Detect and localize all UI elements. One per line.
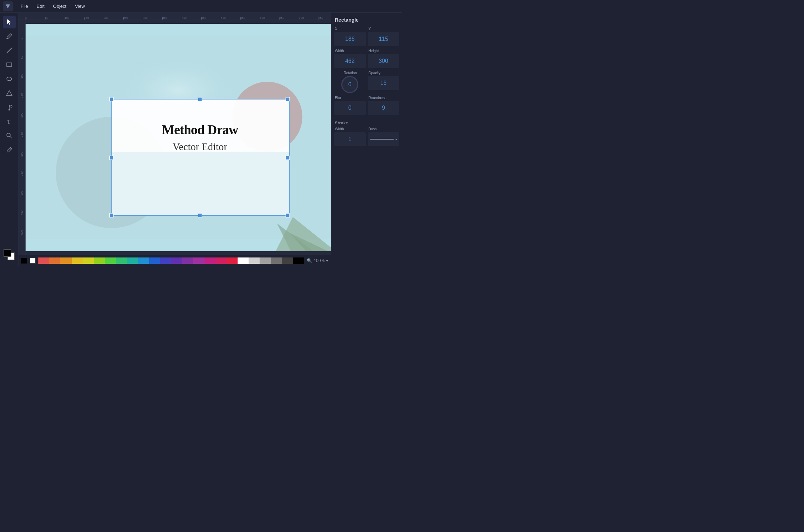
pen-tool[interactable] bbox=[3, 101, 16, 114]
svg-rect-22 bbox=[198, 97, 202, 101]
ruler-v-0: 0 bbox=[18, 20, 25, 39]
ruler-v-350: 350 bbox=[18, 157, 25, 176]
ellipse-tool[interactable] bbox=[3, 72, 16, 85]
palette-color-23[interactable] bbox=[293, 257, 304, 264]
palette-color-4[interactable] bbox=[83, 257, 94, 264]
line-tool[interactable] bbox=[3, 44, 16, 57]
background-color-swatch[interactable] bbox=[30, 258, 36, 264]
ruler-mark-200: 200 bbox=[104, 16, 123, 20]
bottom-bar: 🔍 100% ▾ bbox=[18, 255, 331, 266]
palette-color-14[interactable] bbox=[193, 257, 204, 264]
palette-color-20[interactable] bbox=[260, 257, 271, 264]
width-label: Width bbox=[334, 49, 366, 53]
menu-object[interactable]: Object bbox=[49, 2, 70, 10]
palette-color-18[interactable] bbox=[238, 257, 249, 264]
palette-color-6[interactable] bbox=[105, 257, 116, 264]
svg-text:T: T bbox=[7, 119, 11, 125]
palette-color-19[interactable] bbox=[249, 257, 260, 264]
ruler-mark-500: 500 bbox=[221, 16, 240, 20]
rotation-label: Rotation bbox=[343, 71, 357, 75]
svg-line-7 bbox=[10, 136, 12, 138]
canvas-viewport[interactable]: Method Draw Vector Editor bbox=[26, 20, 331, 255]
width-value[interactable]: 462 bbox=[334, 54, 366, 68]
x-group: X 186 bbox=[334, 27, 366, 46]
text-tool[interactable]: T bbox=[3, 115, 16, 128]
palette-color-7[interactable] bbox=[116, 257, 127, 264]
roundness-group: Roundness 9 bbox=[368, 96, 400, 115]
palette-color-9[interactable] bbox=[138, 257, 149, 264]
height-value[interactable]: 300 bbox=[368, 54, 400, 68]
triangle-tool[interactable] bbox=[3, 87, 16, 99]
menu-edit[interactable]: Edit bbox=[33, 2, 48, 10]
ruler-mark-400: 400 bbox=[182, 16, 201, 20]
height-label: Height bbox=[368, 49, 400, 53]
stroke-dash-label: Dash bbox=[368, 127, 400, 131]
ruler-vertical: 0 50 100 150 200 250 300 350 400 450 500 bbox=[18, 20, 26, 255]
palette-color-22[interactable] bbox=[282, 257, 293, 264]
dash-line-preview bbox=[370, 139, 394, 140]
pencil-tool[interactable] bbox=[3, 30, 16, 43]
stroke-row: Width 1 Dash ▾ bbox=[334, 127, 399, 146]
app-logo[interactable] bbox=[3, 1, 13, 11]
zoom-dropdown-icon[interactable]: ▾ bbox=[326, 258, 328, 263]
rect-tool[interactable] bbox=[3, 58, 16, 71]
stroke-width-value[interactable]: 1 bbox=[334, 132, 366, 146]
palette-color-1[interactable] bbox=[49, 257, 60, 264]
palette-color-0[interactable] bbox=[38, 257, 49, 264]
opacity-label: Opacity bbox=[368, 71, 400, 75]
ruler-mark-450: 450 bbox=[201, 16, 221, 20]
svg-rect-23 bbox=[286, 97, 290, 101]
select-tool[interactable] bbox=[3, 16, 16, 28]
ruler-v-400: 400 bbox=[18, 176, 25, 196]
ruler-v-300: 300 bbox=[18, 137, 25, 157]
blur-group: Blur 0 bbox=[334, 96, 366, 115]
svg-rect-28 bbox=[286, 213, 290, 217]
ruler-marks: 0 50 100 150 200 250 300 350 400 450 500… bbox=[26, 16, 331, 20]
palette-color-17[interactable] bbox=[227, 257, 238, 264]
roundness-value[interactable]: 9 bbox=[368, 101, 400, 115]
y-value[interactable]: 115 bbox=[368, 32, 400, 46]
svg-point-2 bbox=[7, 77, 12, 81]
ruler-mark-600: 600 bbox=[260, 16, 279, 20]
ruler-mark-0: 0 bbox=[26, 16, 45, 20]
palette-color-2[interactable] bbox=[60, 257, 71, 264]
palette-color-21[interactable] bbox=[271, 257, 282, 264]
color-palette bbox=[38, 257, 304, 264]
opacity-value[interactable]: 15 bbox=[368, 76, 400, 90]
palette-color-12[interactable] bbox=[171, 257, 182, 264]
fill-color-front bbox=[4, 249, 11, 257]
palette-color-10[interactable] bbox=[149, 257, 160, 264]
palette-color-8[interactable] bbox=[127, 257, 138, 264]
ruler-mark-150: 150 bbox=[84, 16, 104, 20]
color-swatch-area[interactable] bbox=[4, 249, 15, 260]
opacity-group: Opacity 15 bbox=[368, 71, 400, 93]
ruler-v-450: 450 bbox=[18, 196, 25, 215]
rotation-value[interactable]: 0 bbox=[341, 76, 358, 93]
foreground-color-swatch[interactable] bbox=[21, 258, 27, 264]
x-value[interactable]: 186 bbox=[334, 32, 366, 46]
stroke-section-label: Stroke bbox=[335, 121, 399, 125]
eyedropper-tool[interactable] bbox=[3, 143, 16, 156]
zoom-level: 100% bbox=[314, 258, 325, 263]
ruler-mark-550: 550 bbox=[240, 16, 260, 20]
zoom-tool[interactable] bbox=[3, 129, 16, 142]
palette-color-13[interactable] bbox=[182, 257, 193, 264]
stroke-dash-selector[interactable]: ▾ bbox=[368, 132, 400, 146]
svg-canvas[interactable]: Method Draw Vector Editor bbox=[26, 24, 331, 251]
menu-file[interactable]: File bbox=[17, 2, 32, 10]
blur-value[interactable]: 0 bbox=[334, 101, 366, 115]
svg-line-0 bbox=[7, 48, 12, 53]
palette-color-15[interactable] bbox=[205, 257, 216, 264]
palette-color-11[interactable] bbox=[160, 257, 171, 264]
menu-view[interactable]: View bbox=[71, 2, 88, 10]
y-label: Y bbox=[368, 27, 400, 31]
palette-color-3[interactable] bbox=[72, 257, 83, 264]
height-group: Height 300 bbox=[368, 49, 400, 68]
palette-color-5[interactable] bbox=[94, 257, 105, 264]
color-swatches bbox=[4, 246, 15, 263]
ruler-v-100: 100 bbox=[18, 59, 25, 78]
svg-rect-21 bbox=[110, 97, 114, 101]
palette-color-16[interactable] bbox=[216, 257, 227, 264]
ruler-v-50: 50 bbox=[18, 39, 25, 59]
ruler-mark-250: 250 bbox=[123, 16, 143, 20]
